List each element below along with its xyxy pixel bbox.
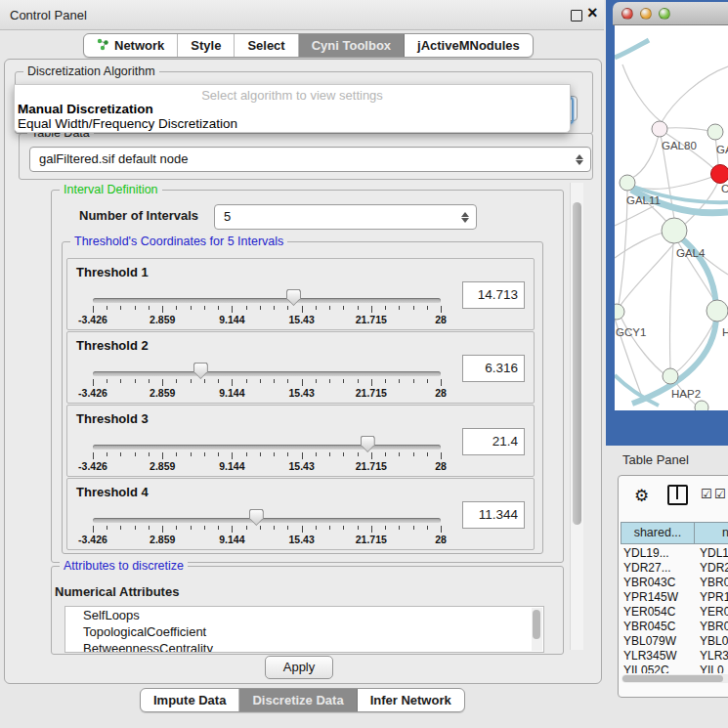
algorithm-option[interactable]: Manual Discretization	[18, 102, 153, 116]
cell-shared-name[interactable]: YBL079W	[623, 634, 676, 648]
attribute-item[interactable]: BetweennessCentrality	[65, 640, 543, 653]
network-edge-highlighted[interactable]	[615, 40, 649, 58]
network-edge[interactable]	[622, 64, 662, 122]
close-traffic-light[interactable]	[621, 8, 633, 20]
attribute-item[interactable]: SelfLoops	[65, 607, 543, 623]
cell-name[interactable]: YDL1	[700, 546, 728, 560]
vertical-scrollbar-thumb[interactable]	[573, 202, 581, 525]
slider-track[interactable]	[93, 445, 441, 450]
network-node[interactable]	[663, 368, 678, 384]
tick-mark	[329, 526, 330, 530]
tab-impute-data[interactable]: Impute Data	[141, 689, 239, 711]
table-row[interactable]: YLR345WYLR3	[621, 649, 728, 664]
threshold-value-field[interactable]: 6.316	[462, 355, 525, 382]
network-node[interactable]	[707, 124, 723, 140]
cell-shared-name[interactable]: YBR045C	[623, 620, 675, 633]
network-node[interactable]	[615, 304, 624, 320]
table-row[interactable]: YBL079WYBL0	[621, 634, 728, 649]
cell-shared-name[interactable]: YER054C	[623, 605, 675, 619]
zoom-traffic-light[interactable]	[659, 8, 670, 20]
table-row[interactable]: YDL19...YDL1	[621, 546, 728, 561]
tab-network[interactable]: Network	[84, 34, 178, 57]
split-columns-icon[interactable]	[667, 485, 688, 505]
network-edge[interactable]	[615, 206, 654, 226]
slider-track[interactable]	[93, 518, 441, 523]
tab-jactivemnodules[interactable]: jActiveMNodules	[405, 34, 533, 57]
network-edge[interactable]	[621, 317, 664, 373]
cell-name[interactable]: YBR0	[700, 576, 728, 589]
network-edge[interactable]	[619, 191, 627, 305]
cell-name[interactable]: YIL0	[700, 664, 724, 673]
algorithm-option[interactable]: Equal Width/Frequency Discretization	[18, 116, 237, 131]
cell-shared-name[interactable]: YBR043C	[623, 576, 675, 589]
slider-thumb[interactable]	[193, 363, 208, 379]
table-row[interactable]: YBR043CYBR0	[621, 576, 728, 590]
network-edge[interactable]	[615, 233, 664, 258]
network-node[interactable]	[695, 401, 708, 410]
threshold-value-field[interactable]: 11.344	[462, 501, 525, 529]
cell-shared-name[interactable]: YDL19...	[623, 546, 669, 560]
float-window-icon[interactable]	[571, 10, 582, 21]
slider-track[interactable]	[93, 298, 441, 303]
network-edge[interactable]	[632, 130, 660, 178]
cell-name[interactable]: YBL0	[700, 634, 728, 648]
table-data-combobox[interactable]: galFiltered.sif default node	[29, 147, 591, 172]
slider-track[interactable]	[93, 371, 441, 376]
network-node[interactable]	[707, 300, 728, 321]
network-edge[interactable]	[670, 243, 673, 368]
cell-shared-name[interactable]: YDR27...	[623, 561, 671, 575]
cell-shared-name[interactable]: YPR145W	[623, 590, 678, 604]
tick-mark	[135, 306, 136, 310]
number-of-intervals-combobox[interactable]: 5	[214, 204, 477, 230]
table-row[interactable]: YIL052CYIL0	[621, 664, 728, 673]
cell-name[interactable]: YER0	[700, 605, 728, 619]
horizontal-scrollbar[interactable]	[621, 674, 728, 683]
cell-name[interactable]: YBR0	[700, 620, 728, 633]
close-icon[interactable]: ×	[587, 3, 598, 23]
network-edge[interactable]	[667, 128, 708, 131]
network-edge[interactable]	[620, 243, 674, 307]
network-node[interactable]	[652, 121, 667, 137]
apply-button[interactable]: Apply	[265, 656, 333, 679]
table-row[interactable]: YBR045CYBR0	[621, 620, 728, 634]
column-header-shared[interactable]: shared...	[621, 522, 695, 544]
minimize-traffic-light[interactable]	[640, 8, 652, 20]
cell-shared-name[interactable]: YIL052C	[623, 664, 669, 673]
control-panel-title: Control Panel	[10, 8, 87, 22]
checkbox-checked-icon[interactable]: ☑	[701, 487, 712, 501]
tick-mark	[427, 526, 428, 530]
table-row[interactable]: YDR27...YDR2	[621, 561, 728, 576]
network-canvas[interactable]: GAL80GACGAL11GAL4GCY1HHAP2	[615, 25, 728, 410]
tab-select[interactable]: Select	[235, 34, 298, 57]
network-edge[interactable]	[634, 177, 712, 189]
list-scrollbar[interactable]	[532, 608, 542, 651]
vertical-scrollbar[interactable]	[570, 183, 583, 650]
threshold-value-field[interactable]: 21.4	[462, 428, 525, 455]
tab-discretize-data[interactable]: Discretize Data	[239, 689, 357, 711]
network-node[interactable]	[711, 165, 728, 184]
slider-thumb[interactable]	[361, 436, 375, 452]
network-node[interactable]	[620, 175, 635, 191]
tab-cyni-toolbox[interactable]: Cyni Toolbox	[299, 34, 405, 57]
numerical-attributes-list[interactable]: SelfLoopsTopologicalCoefficientBetweenne…	[64, 606, 544, 653]
attribute-item[interactable]: TopologicalCoefficient	[65, 623, 543, 640]
tick-mark	[385, 306, 386, 310]
tab-style[interactable]: Style	[178, 34, 235, 57]
tab-infer-network[interactable]: Infer Network	[358, 689, 464, 711]
cell-name[interactable]: YDR2	[700, 561, 728, 575]
slider-thumb[interactable]	[286, 289, 301, 306]
network-window-titlebar[interactable]	[613, 2, 728, 25]
network-edge[interactable]	[662, 66, 728, 122]
cell-name[interactable]: YLR3	[700, 649, 728, 663]
checkbox-checked-icon[interactable]: ☑	[714, 487, 726, 501]
gear-icon[interactable]: ⚙	[634, 486, 649, 506]
table-row[interactable]: YPR145WYPR1	[621, 590, 728, 605]
cell-name[interactable]: YPR1	[700, 590, 728, 604]
tab-label: Cyni Toolbox	[312, 38, 391, 53]
column-header-name[interactable]: n	[694, 522, 728, 544]
threshold-value-field[interactable]: 14.713	[462, 281, 525, 309]
cell-shared-name[interactable]: YLR345W	[623, 649, 677, 663]
network-node[interactable]	[662, 218, 687, 243]
slider-thumb[interactable]	[249, 509, 264, 526]
table-row[interactable]: YER054CYER0	[621, 605, 728, 620]
